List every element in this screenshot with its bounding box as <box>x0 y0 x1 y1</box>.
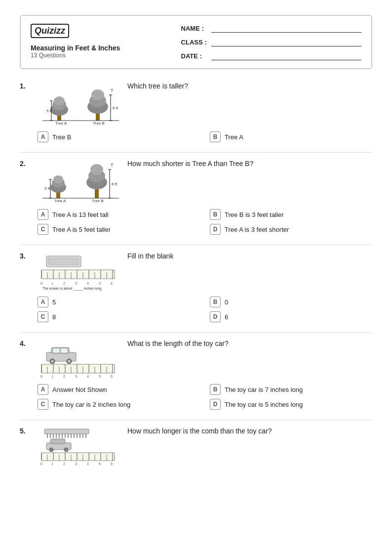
question-4: 4. <box>20 339 372 410</box>
logo: Quizizz <box>31 24 181 38</box>
option-3a[interactable]: A 5 <box>38 297 200 307</box>
question-2: 2. 5 ft Tree A <box>20 159 372 235</box>
svg-text:5: 5 <box>99 375 101 378</box>
svg-text:6 ft: 6 ft <box>113 106 118 110</box>
option-text-4d: The toy car is 5 inches long <box>225 401 303 408</box>
option-letter-1b: B <box>210 131 221 142</box>
option-letter-2c: C <box>38 224 48 235</box>
header-right: NAME : CLASS : DATE : <box>181 24 361 60</box>
question-5-image: 0 1 2 3 4 5 6 <box>38 426 121 466</box>
svg-rect-93 <box>44 429 89 434</box>
svg-text:2: 2 <box>63 282 65 285</box>
option-text-2d: Tree A is 3 feet shorter <box>225 226 289 233</box>
svg-text:6: 6 <box>111 462 113 466</box>
svg-text:Tree A: Tree A <box>54 199 66 203</box>
header: Quizizz Measuring in Feet & Inches 13 Qu… <box>20 15 372 69</box>
option-letter-4b: B <box>210 384 221 395</box>
option-text-1a: Tree B <box>52 133 72 141</box>
option-text-2a: Tree A is 13 feet tall <box>52 211 109 218</box>
question-2-number: 2. <box>20 159 32 168</box>
option-letter-3b: B <box>210 297 221 307</box>
question-1-options: A Tree B B Tree A <box>38 131 372 142</box>
svg-text:5 ft: 5 ft <box>46 109 52 113</box>
svg-text:3: 3 <box>75 462 77 466</box>
svg-point-23 <box>53 175 63 183</box>
svg-rect-41 <box>48 258 79 265</box>
svg-text:4: 4 <box>87 462 89 466</box>
option-2d[interactable]: D Tree A is 3 feet shorter <box>210 224 372 235</box>
option-text-4a: Answer Not Shown <box>52 386 107 393</box>
option-2a[interactable]: A Tree A is 13 feet tall <box>38 209 200 220</box>
option-2c[interactable]: C Tree A is 5 feet taller <box>38 224 200 235</box>
svg-text:1: 1 <box>51 375 53 378</box>
option-3c[interactable]: C 8 <box>38 311 200 322</box>
question-1-image: 5 ft Tree A 6 ft T <box>38 81 121 126</box>
question-4-text: What is the length of the toy car? <box>127 339 372 347</box>
option-4c[interactable]: C The toy car is 2 inches long <box>38 399 200 410</box>
option-2b[interactable]: B Tree B is 3 feet taller <box>210 209 372 220</box>
class-field-row: CLASS : <box>181 38 361 46</box>
quiz-title: Measuring in Feet & Inches <box>31 44 181 52</box>
svg-text:1: 1 <box>51 462 53 466</box>
svg-text:4: 4 <box>87 282 89 285</box>
question-3-text: Fill in the blank <box>127 251 372 260</box>
question-2-text: How much shorter is Tree A than Tree B? <box>127 159 372 168</box>
svg-rect-20 <box>56 192 60 198</box>
name-label: NAME : <box>181 25 208 32</box>
question-3-image: 0 1 2 3 4 5 6 The eraser is about _____ … <box>38 251 121 291</box>
option-4b[interactable]: B The toy car is 7 inches long <box>210 384 372 395</box>
option-letter-2d: D <box>210 224 221 235</box>
option-letter-3d: D <box>210 311 221 322</box>
question-1-header: 1. 5 ft Tree A <box>20 81 372 126</box>
question-5-header: 5. <box>20 426 372 466</box>
question-4-header: 4. <box>20 339 372 378</box>
option-1a[interactable]: A Tree B <box>38 131 200 142</box>
option-text-3c: 8 <box>52 313 56 321</box>
question-5-number: 5. <box>20 426 32 435</box>
option-letter-2a: A <box>38 209 48 220</box>
option-letter-4d: D <box>210 399 221 410</box>
option-letter-3a: A <box>38 297 48 307</box>
question-2-image: 5 ft Tree A 8 ft T Tree B <box>38 159 121 203</box>
svg-text:2: 2 <box>63 462 65 466</box>
svg-text:0: 0 <box>40 462 42 466</box>
question-3-number: 3. <box>20 251 32 260</box>
svg-point-12 <box>91 89 104 100</box>
option-4d[interactable]: D The toy car is 5 inches long <box>210 399 372 410</box>
option-3b[interactable]: B 0 <box>210 297 372 307</box>
svg-rect-112 <box>41 453 115 461</box>
quiz-subtitle: 13 Questions <box>31 52 181 59</box>
question-2-header: 2. 5 ft Tree A <box>20 159 372 203</box>
option-1b[interactable]: B Tree A <box>210 131 372 142</box>
class-label: CLASS : <box>181 39 208 46</box>
option-letter-4c: C <box>38 399 48 410</box>
option-text-2b: Tree B is 3 feet taller <box>225 211 283 218</box>
option-text-3a: 5 <box>52 299 56 306</box>
name-field-row: NAME : <box>181 24 361 33</box>
svg-text:The eraser is about _____ inch: The eraser is about _____ inches long. <box>42 287 102 291</box>
svg-rect-67 <box>61 348 68 353</box>
question-2-options: A Tree A is 13 feet tall B Tree B is 3 f… <box>38 209 372 235</box>
svg-rect-109 <box>50 439 65 444</box>
question-4-number: 4. <box>20 339 32 347</box>
date-label: DATE : <box>181 52 208 60</box>
option-text-1b: Tree A <box>225 133 243 141</box>
svg-rect-66 <box>53 348 60 353</box>
svg-text:0: 0 <box>40 375 42 378</box>
date-line <box>211 51 361 60</box>
option-text-4b: The toy car is 7 inches long <box>225 386 303 393</box>
option-text-4c: The toy car is 2 inches long <box>52 401 130 408</box>
svg-point-111 <box>64 448 68 452</box>
svg-text:4: 4 <box>87 375 89 378</box>
option-text-3b: 0 <box>225 299 228 306</box>
svg-point-69 <box>51 360 53 362</box>
question-4-image: 0 1 2 3 4 5 6 <box>38 339 121 378</box>
svg-text:6: 6 <box>111 282 113 285</box>
question-3-header: 3. <box>20 251 372 291</box>
question-5-text: How much longer is the comb than the toy… <box>127 426 372 435</box>
svg-point-110 <box>49 448 53 452</box>
option-4a[interactable]: A Answer Not Shown <box>38 384 200 395</box>
option-3d[interactable]: D 6 <box>210 311 372 322</box>
svg-text:Tree B: Tree B <box>92 199 104 203</box>
option-letter-2b: B <box>210 209 221 220</box>
